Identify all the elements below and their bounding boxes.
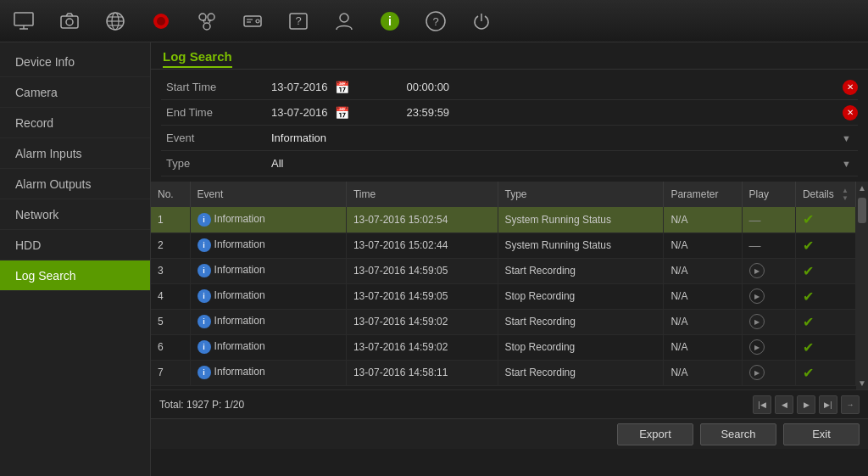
details-check-icon[interactable]: ✔ xyxy=(803,366,814,380)
cell-no: 1 xyxy=(151,207,190,232)
type-dropdown-arrow[interactable]: ▼ xyxy=(842,159,858,169)
start-date-calendar-icon[interactable]: 📅 xyxy=(335,81,349,94)
sidebar-item-alarm-inputs[interactable]: Alarm Inputs xyxy=(0,138,150,169)
user-icon[interactable] xyxy=(329,6,359,36)
cell-time: 13-07-2016 14:59:02 xyxy=(346,309,498,334)
search-button[interactable]: Search xyxy=(700,423,776,445)
start-time-clear-button[interactable]: ✕ xyxy=(843,80,858,95)
info-badge-icon: i xyxy=(198,315,211,328)
cell-details[interactable]: ✔ xyxy=(795,283,855,309)
type-value: All ▼ xyxy=(271,157,858,170)
monitor-icon[interactable] xyxy=(8,6,39,36)
export-button[interactable]: Export xyxy=(617,423,693,445)
first-page-button[interactable]: |◀ xyxy=(753,395,771,414)
play-button-icon[interactable]: ▶ xyxy=(749,339,765,355)
jump-next-button[interactable]: → xyxy=(841,395,860,414)
question-circle-icon[interactable]: ? xyxy=(283,6,314,36)
end-date-calendar-icon[interactable]: 📅 xyxy=(335,106,349,120)
cell-type: Start Recording xyxy=(498,360,664,385)
cell-play[interactable]: ▶ xyxy=(742,334,795,360)
cell-details[interactable]: ✔ xyxy=(795,232,855,258)
cell-play[interactable]: ▶ xyxy=(742,309,795,334)
type-text: All xyxy=(271,157,283,170)
start-date: 13-07-2016 xyxy=(271,81,328,93)
cell-no: 5 xyxy=(151,309,190,334)
info-badge-icon: i xyxy=(198,289,211,303)
play-button-icon[interactable]: ▶ xyxy=(749,365,765,380)
scroll-up-button[interactable]: ▲ xyxy=(856,182,868,194)
sidebar: Device InfoCameraRecordAlarm InputsAlarm… xyxy=(0,42,151,476)
scroll-down-button[interactable]: ▼ xyxy=(856,377,868,389)
cell-details[interactable]: ✔ xyxy=(795,258,855,283)
cell-type: System Running Status xyxy=(498,232,664,258)
table-row[interactable]: 4iInformation13-07-2016 14:59:05Stop Rec… xyxy=(151,283,856,309)
sidebar-item-record[interactable]: Record xyxy=(0,108,150,138)
hdd-icon[interactable] xyxy=(237,6,268,36)
play-button-icon[interactable]: ▶ xyxy=(749,288,765,304)
table-row[interactable]: 5iInformation13-07-2016 14:59:02Start Re… xyxy=(151,309,856,334)
scroll-thumb[interactable] xyxy=(858,198,866,223)
footer: Total: 1927 P: 1/20 |◀ ◀ ▶ ▶| → xyxy=(151,389,868,418)
svg-text:?: ? xyxy=(295,14,301,27)
end-time-clear-button[interactable]: ✕ xyxy=(843,105,858,120)
prev-page-button[interactable]: ◀ xyxy=(775,395,793,414)
sidebar-item-hdd[interactable]: HDD xyxy=(0,230,150,260)
details-sort-icon[interactable]: ▲▼ xyxy=(842,187,849,202)
table-row[interactable]: 1iInformation13-07-2016 15:02:54System R… xyxy=(151,207,856,232)
event-dropdown-arrow[interactable]: ▼ xyxy=(842,133,858,143)
cell-details[interactable]: ✔ xyxy=(795,309,855,334)
details-check-icon[interactable]: ✔ xyxy=(803,238,814,253)
info-circle-icon[interactable]: i xyxy=(375,6,405,36)
sidebar-item-device-info[interactable]: Device Info xyxy=(0,47,150,77)
table-row[interactable]: 6iInformation13-07-2016 14:59:02Stop Rec… xyxy=(151,334,856,360)
cell-details[interactable]: ✔ xyxy=(795,334,855,360)
cell-play[interactable]: ▶ xyxy=(742,258,795,283)
sidebar-item-alarm-outputs[interactable]: Alarm Outputs xyxy=(0,169,150,199)
event-text: Information xyxy=(271,132,326,144)
camera-icon[interactable] xyxy=(54,6,85,36)
sidebar-item-log-search[interactable]: Log Search xyxy=(0,260,150,291)
record-icon[interactable] xyxy=(146,6,176,36)
audio-icon[interactable] xyxy=(192,6,222,36)
sidebar-items: Device InfoCameraRecordAlarm InputsAlarm… xyxy=(0,47,150,291)
nav-buttons: |◀ ◀ ▶ ▶| → xyxy=(753,395,860,414)
play-button-icon[interactable]: ▶ xyxy=(749,263,765,278)
last-page-button[interactable]: ▶| xyxy=(819,395,837,414)
table-row[interactable]: 2iInformation13-07-2016 15:02:44System R… xyxy=(151,232,856,258)
cell-parameter: N/A xyxy=(664,283,742,309)
details-check-icon[interactable]: ✔ xyxy=(803,212,814,227)
cell-no: 4 xyxy=(151,283,190,309)
network-globe-icon[interactable] xyxy=(100,6,131,36)
details-check-icon[interactable]: ✔ xyxy=(803,264,814,278)
details-check-icon[interactable]: ✔ xyxy=(803,289,814,304)
no-play-dash: — xyxy=(749,238,761,252)
table-scrollbar[interactable]: ▲ ▼ xyxy=(856,182,868,389)
end-time: 23:59:59 xyxy=(407,106,450,119)
event-label: Event xyxy=(161,132,271,144)
svg-point-12 xyxy=(199,14,206,20)
cell-type: Start Recording xyxy=(498,258,664,283)
col-play: Play xyxy=(742,182,795,207)
event-row: Event Information ▼ xyxy=(161,126,858,151)
table-row[interactable]: 3iInformation13-07-2016 14:59:05Start Re… xyxy=(151,258,856,283)
details-check-icon[interactable]: ✔ xyxy=(803,340,814,355)
sidebar-item-network[interactable]: Network xyxy=(0,199,150,230)
play-button-icon[interactable]: ▶ xyxy=(749,314,765,329)
next-page-button[interactable]: ▶ xyxy=(797,395,815,414)
exit-button[interactable]: Exit xyxy=(783,423,860,445)
cell-details[interactable]: ✔ xyxy=(795,207,855,232)
cell-play[interactable]: — xyxy=(742,207,795,232)
col-time: Time xyxy=(346,182,498,207)
svg-point-20 xyxy=(256,20,259,23)
cell-play[interactable]: ▶ xyxy=(742,360,795,385)
details-check-icon[interactable]: ✔ xyxy=(803,315,814,329)
cell-play[interactable]: — xyxy=(742,232,795,258)
sidebar-item-camera[interactable]: Camera xyxy=(0,77,150,108)
table-row[interactable]: 7iInformation13-07-2016 14:58:11Start Re… xyxy=(151,360,856,385)
power-icon[interactable] xyxy=(466,6,497,36)
cell-details[interactable]: ✔ xyxy=(795,360,855,385)
table-body: 1iInformation13-07-2016 15:02:54System R… xyxy=(151,207,856,385)
help-circle-icon[interactable]: ? xyxy=(420,6,451,36)
cell-play[interactable]: ▶ xyxy=(742,283,795,309)
svg-point-13 xyxy=(208,14,214,20)
